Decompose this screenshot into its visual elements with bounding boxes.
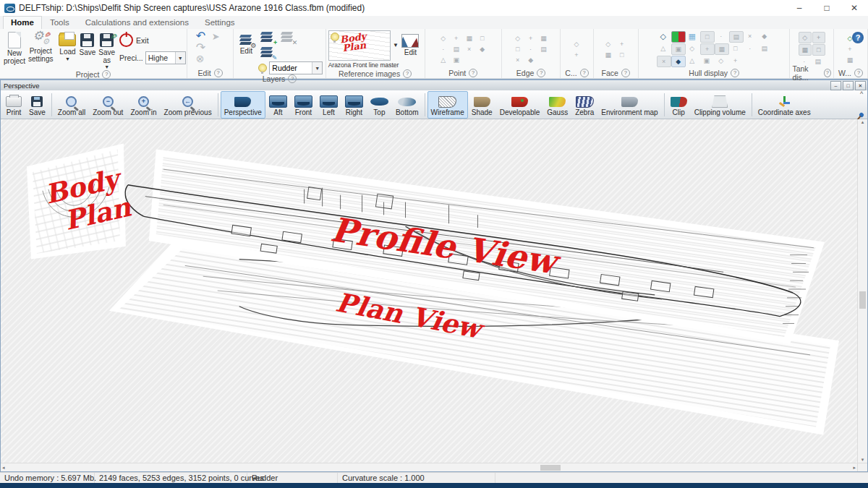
zebra-button[interactable]: Zebra [571,91,597,119]
shade-button[interactable]: Shade [468,91,496,119]
view-perspective-button[interactable]: Perspective [221,91,265,119]
hull-display-tool-icon[interactable]: · [744,43,757,53]
hull-display-tool-icon[interactable]: △ [657,43,670,53]
hull-display-tool-icon[interactable]: ▤ [729,31,744,43]
point-tool-icon[interactable]: + [451,33,462,43]
zoom-previous-button[interactable]: ←Zoom previous [161,91,216,119]
pin-toolbar-icon[interactable] [859,112,864,118]
collapse-toolbar-icon[interactable]: ^ [860,91,863,98]
layers-help-icon[interactable]: ? [288,74,297,83]
zoom-in-button[interactable]: +Zoom in [127,91,160,119]
point-tool-icon[interactable]: ▦ [464,33,475,43]
tab-calculations[interactable]: Calculations and extensions [77,16,197,29]
face-tool-icon[interactable]: + [616,39,628,49]
save-view-button[interactable]: Save [25,91,49,119]
viewport-minimize-button[interactable]: – [830,81,841,90]
edge-tool-icon[interactable]: ◇ [512,33,524,43]
wireframe-button[interactable]: Wireframe [427,91,468,119]
hull-display-tool-icon[interactable]: ▦ [715,43,729,55]
point-help-icon[interactable]: ? [469,69,477,77]
view-right-button[interactable]: Right [341,91,367,119]
curve-tool-icon[interactable]: + [571,50,582,60]
tank-display-tool-icon[interactable]: □ [812,44,825,56]
curve-tool-icon[interactable]: ◇ [571,39,582,49]
hull-display-tool-icon[interactable]: △ [686,56,699,66]
minimize-button[interactable]: – [786,0,813,16]
gauss-button[interactable]: Gauss [543,91,571,119]
window-tool-icon[interactable]: + [844,44,856,54]
hull-display-help-icon[interactable]: ? [731,69,739,77]
view-bottom-button[interactable]: Bottom [392,91,422,119]
reference-help-icon[interactable]: ? [403,69,412,78]
edge-tool-icon[interactable]: ▦ [538,33,550,43]
curve-help-icon[interactable]: ? [580,69,589,77]
hull-display-tool-icon[interactable]: + [729,56,742,66]
print-button[interactable]: Print [2,91,25,119]
hull-display-tool-icon[interactable]: ◇ [657,31,670,41]
tank-display-tool-icon[interactable]: + [812,32,825,43]
ribbon-help-icon[interactable]: ? [852,32,864,43]
scroll-right-icon[interactable]: ▸ [853,465,856,471]
tab-settings[interactable]: Settings [197,16,243,29]
point-tool-icon[interactable]: ▤ [451,44,462,54]
horizontal-scrollbar[interactable]: ◂ ▸ [1,463,857,471]
hull-display-tool-icon[interactable]: ▣ [700,56,713,66]
project-help-icon[interactable]: ? [102,70,111,79]
load-button[interactable]: Load ▼ [57,30,77,62]
reference-dropdown-icon[interactable]: ▼ [393,43,399,48]
rename-layer-icon[interactable]: ✎ [260,46,274,59]
clipping-volume-button[interactable]: Clipping volume [691,91,749,119]
close-button[interactable]: ✕ [841,0,868,16]
viewport-close-button[interactable]: ✕ [855,81,866,90]
precision-dropdown[interactable]: Highe ▼ [145,51,186,64]
add-layer-icon[interactable]: + [260,31,274,43]
view-top-button[interactable]: Top [367,91,392,119]
developable-button[interactable]: Developable [496,91,544,119]
zoom-out-button[interactable]: −Zoom out [89,91,127,119]
reference-image-selector[interactable]: Body Plan ▼ [328,30,399,61]
tank-display-help-icon[interactable]: ? [824,69,831,77]
hull-display-tool-icon[interactable]: + [700,43,715,55]
edge-tool-icon[interactable]: + [525,33,537,43]
edge-help-icon[interactable]: ? [537,69,545,77]
edge-tool-icon[interactable]: ▤ [538,44,550,54]
layers-edit-button[interactable]: ⚙ Edit [236,33,256,56]
face-help-icon[interactable]: ? [621,69,630,77]
window-tool-icon[interactable]: ▦ [844,55,856,65]
hull-display-tool-icon[interactable]: ▤ [758,43,771,53]
view-left-button[interactable]: Left [316,91,341,119]
face-tool-icon[interactable]: ▦ [603,50,614,60]
hull-display-tool-icon[interactable]: ◆ [671,56,686,67]
environment-map-button[interactable]: Environment map [597,91,661,119]
active-layer-dropdown-arrow-icon[interactable]: ▼ [312,62,322,74]
vertical-scroll-thumb[interactable] [859,291,866,309]
new-project-button[interactable]: New project [2,30,27,66]
delete-layer-icon[interactable]: ✕ [280,31,294,43]
point-tool-icon[interactable]: ▣ [451,55,462,65]
maximize-button[interactable]: □ [813,0,841,16]
hull-display-tool-icon[interactable]: · [715,31,728,41]
hull-display-tool-icon[interactable]: × [744,31,757,41]
reference-edit-button[interactable]: Edit [400,33,420,58]
view-aft-button[interactable]: Aft [265,91,291,119]
coordinate-axes-button[interactable]: Coordinate axes [754,91,814,119]
edge-tool-icon[interactable]: □ [512,44,524,54]
exit-button[interactable]: Exit [119,33,186,47]
viewport-maximize-button[interactable]: □ [843,81,854,90]
face-tool-icon[interactable]: □ [616,50,628,60]
layer-visibility-icon[interactable] [258,64,267,72]
hull-display-tool-icon[interactable]: ▦ [686,31,699,41]
precision-dropdown-arrow-icon[interactable]: ▼ [175,52,185,64]
active-layer-dropdown[interactable]: Rudder ▼ [269,61,323,74]
tab-home[interactable]: Home [3,16,42,29]
save-as-dropdown-icon[interactable]: ▼ [104,64,109,69]
hull-display-tool-icon[interactable]: × [657,56,671,67]
scroll-up-icon[interactable]: ▴ [861,119,864,125]
hull-display-tool-icon[interactable]: ▣ [671,43,686,55]
save-as-button[interactable]: ✎ Save as ▼ [97,30,116,70]
window-help-icon[interactable]: ? [854,69,863,77]
delete-button[interactable]: ⊗ [195,53,209,64]
edit-help-icon[interactable]: ? [214,69,223,77]
hull-display-tool-icon[interactable]: ◆ [758,31,771,41]
edge-tool-icon[interactable]: · [525,44,537,54]
